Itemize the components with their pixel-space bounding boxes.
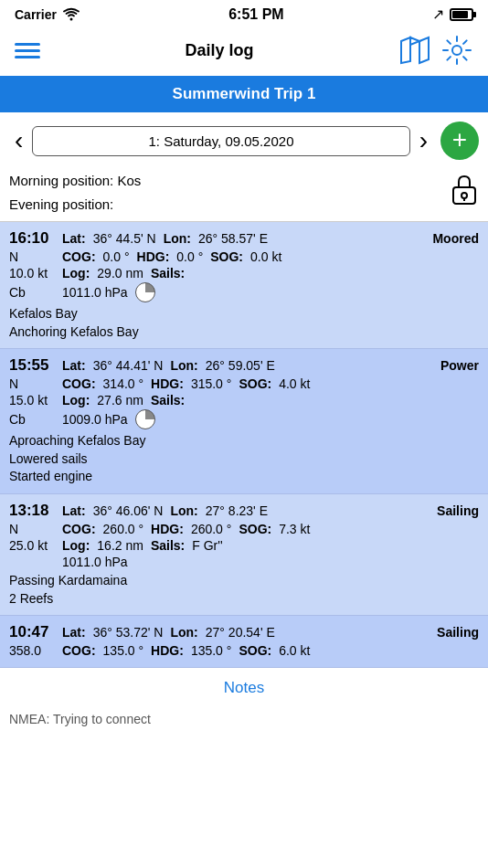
entry-2-cog-label: COG: (62, 376, 96, 391)
entry-1-lat-val: 36° 44.5' N (93, 231, 156, 246)
entry-4-hdg-label: HDG: (151, 643, 184, 658)
trip-name: Summerwind Trip 1 (173, 85, 316, 102)
entry-2-notes: Aproaching Kefalos BayLowered sailsStart… (9, 432, 479, 486)
entry-1-sails-icon (135, 282, 155, 302)
date-display: 1: Saturday, 09.05.2020 (32, 126, 409, 156)
entry-1-time: 16:10 (9, 229, 55, 248)
entry-1-log-val: 29.0 nm (97, 266, 143, 281)
entry-3-lon-val: 27° 8.23' E (206, 503, 268, 518)
entry-3-log-val: 16.2 nm (97, 538, 143, 553)
wifi-icon (62, 7, 80, 21)
next-date-button[interactable]: › (414, 128, 433, 153)
entry-3-hdg-label: HDG: (151, 522, 184, 536)
entry-3-wind-dir: N (9, 522, 55, 536)
entry-1-wind-speed: 10.0 kt (9, 266, 55, 281)
nav-bar: Daily log (0, 26, 488, 76)
entry-4-sog-val: 6.0 kt (279, 643, 310, 658)
entry-4-wind-dir: 358.0 (9, 643, 55, 658)
svg-point-0 (69, 18, 72, 21)
entry-4-mode: Sailing (437, 625, 479, 640)
entry-3-log-label: Log: (62, 538, 90, 553)
map-icon[interactable] (398, 34, 431, 67)
entry-1-lat-label: Lat: (62, 231, 86, 246)
svg-marker-4 (419, 37, 429, 63)
entry-4-cog-val: 135.0 ° (103, 643, 144, 658)
entry-1-sog-label: SOG: (210, 249, 243, 264)
entry-3-cog-val: 260.0 ° (103, 522, 144, 536)
entry-3-wind-speed: 25.0 kt (9, 538, 55, 553)
entry-4-time: 10:47 (9, 623, 55, 641)
entry-3-cog-label: COG: (62, 522, 96, 536)
entry-3-sails-val: F Gr'' (192, 538, 222, 553)
entry-4-lat-val: 36° 53.72' N (93, 625, 164, 640)
entry-2-lat-label: Lat: (62, 358, 86, 373)
entry-1-lon-label: Lon: (164, 231, 191, 246)
entry-1-sails-label: Sails: (151, 266, 185, 281)
svg-marker-5 (401, 37, 410, 63)
entry-2-sog-label: SOG: (239, 376, 271, 391)
notes-label: Notes (224, 679, 264, 696)
notes-bar[interactable]: Notes (0, 668, 488, 708)
entry-1-notes: Kefalos BayAnchoring Kefalos Bay (9, 305, 479, 341)
entry-3-lat-val: 36° 46.06' N (93, 503, 164, 518)
menu-button[interactable] (15, 43, 40, 58)
svg-rect-7 (453, 187, 475, 204)
entry-1-sog-val: 0.0 kt (250, 249, 281, 264)
entry-2-sog-val: 4.0 kt (279, 376, 310, 391)
entry-3-mode: Sailing (437, 503, 479, 518)
entry-2-lat-val: 36° 44.41' N (93, 358, 164, 373)
entry-3-time: 13:18 (9, 502, 55, 520)
entry-2-course: Cb (9, 412, 55, 427)
morning-position: Morning position: Kos (9, 169, 141, 193)
entry-2-lon-val: 26° 59.05' E (206, 358, 275, 373)
entry-1-wind-dir: N (9, 249, 55, 264)
entry-1-cog-label: COG: (62, 249, 96, 264)
entry-4-lon-val: 27° 20.54' E (206, 625, 275, 640)
settings-icon[interactable] (440, 34, 473, 67)
battery-icon (450, 8, 473, 21)
entry-2-mode: Power (440, 358, 479, 373)
date-nav: ‹ 1: Saturday, 09.05.2020 › + (0, 112, 488, 165)
entry-1-cog-val: 0.0 ° (103, 249, 130, 264)
positions-text: Morning position: Kos Evening position: (9, 169, 141, 216)
log-entry-4: 10:47 Lat: 36° 53.72' N Lon: 27° 20.54' … (0, 616, 488, 668)
svg-marker-1 (410, 37, 419, 45)
entry-4-cog-label: COG: (62, 643, 96, 658)
entry-3-hdg-val: 260.0 ° (191, 522, 232, 536)
trip-header: Summerwind Trip 1 (0, 76, 488, 112)
entry-2-sails-icon (135, 409, 155, 429)
svg-point-8 (461, 193, 467, 198)
log-entry-1: 16:10 Lat: 36° 44.5' N Lon: 26° 58.57' E… (0, 222, 488, 349)
entry-2-baro: 1009.0 hPa (62, 412, 128, 427)
entry-1-course: Cb (9, 285, 55, 300)
log-entry-3: 13:18 Lat: 36° 46.06' N Lon: 27° 8.23' E… (0, 494, 488, 616)
entry-1-lon-val: 26° 58.57' E (198, 231, 268, 246)
entry-2-wind-dir: N (9, 376, 55, 391)
add-entry-button[interactable]: + (440, 122, 479, 160)
entry-3-sails-label: Sails: (151, 538, 185, 553)
prev-date-button[interactable]: ‹ (9, 128, 28, 153)
entry-2-sails-label: Sails: (151, 393, 185, 408)
entry-4-sog-label: SOG: (239, 643, 271, 658)
entry-4-lon-label: Lon: (170, 625, 197, 640)
entry-2-hdg-label: HDG: (151, 376, 184, 391)
nmea-status: NMEA: Trying to connect (0, 708, 488, 734)
entry-2-hdg-val: 315.0 ° (191, 376, 232, 391)
entry-2-cog-val: 314.0 ° (103, 376, 144, 391)
entry-3-baro: 1011.0 hPa (62, 555, 128, 569)
entry-2-wind-speed: 15.0 kt (9, 393, 55, 408)
entry-2-log-label: Log: (62, 393, 90, 408)
entry-2-time: 15:55 (9, 356, 55, 375)
time-display: 6:51 PM (228, 6, 283, 23)
entry-1-hdg-label: HDG: (137, 249, 170, 264)
entry-3-notes: Passing Kardamaina2 Reefs (9, 572, 479, 608)
nav-title: Daily log (185, 41, 253, 60)
entry-2-lon-label: Lon: (170, 358, 197, 373)
carrier-label: Carrier (15, 7, 57, 22)
entry-4-hdg-val: 135.0 ° (191, 643, 232, 658)
lock-icon[interactable] (450, 173, 479, 208)
location-icon: ↗ (432, 5, 444, 23)
entry-3-sog-label: SOG: (239, 522, 271, 536)
entry-2-log-val: 27.6 nm (97, 393, 143, 408)
svg-point-6 (452, 46, 461, 55)
